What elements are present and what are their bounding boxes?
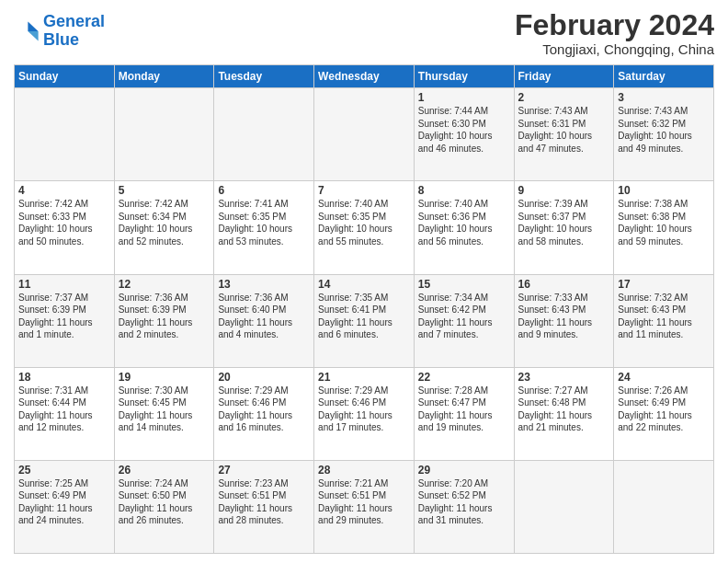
calendar-cell: 19Sunrise: 7:30 AM Sunset: 6:45 PM Dayli… bbox=[114, 367, 214, 460]
day-info: Sunrise: 7:26 AM Sunset: 6:49 PM Dayligh… bbox=[618, 385, 710, 434]
svg-marker-1 bbox=[28, 31, 38, 41]
day-info: Sunrise: 7:36 AM Sunset: 6:40 PM Dayligh… bbox=[218, 292, 310, 341]
day-info: Sunrise: 7:43 AM Sunset: 6:31 PM Dayligh… bbox=[518, 105, 610, 155]
day-info: Sunrise: 7:32 AM Sunset: 6:43 PM Dayligh… bbox=[618, 292, 710, 341]
calendar-cell: 18Sunrise: 7:31 AM Sunset: 6:44 PM Dayli… bbox=[15, 367, 115, 460]
col-saturday: Saturday bbox=[614, 65, 714, 88]
day-number: 1 bbox=[418, 91, 510, 104]
calendar-cell: 24Sunrise: 7:26 AM Sunset: 6:49 PM Dayli… bbox=[614, 367, 714, 460]
day-info: Sunrise: 7:25 AM Sunset: 6:49 PM Dayligh… bbox=[18, 477, 110, 527]
day-number: 25 bbox=[18, 464, 110, 477]
calendar-cell bbox=[614, 460, 714, 553]
day-number: 2 bbox=[518, 91, 610, 104]
month-title: February 2024 bbox=[515, 9, 714, 41]
svg-rect-2 bbox=[17, 21, 28, 40]
calendar-cell: 7Sunrise: 7:40 AM Sunset: 6:35 PM Daylig… bbox=[314, 181, 415, 274]
calendar-table: Sunday Monday Tuesday Wednesday Thursday… bbox=[14, 64, 714, 554]
day-number: 21 bbox=[318, 371, 410, 384]
calendar-cell bbox=[114, 88, 214, 181]
calendar-week-4: 18Sunrise: 7:31 AM Sunset: 6:44 PM Dayli… bbox=[15, 367, 714, 460]
day-number: 18 bbox=[18, 371, 110, 384]
day-info: Sunrise: 7:39 AM Sunset: 6:37 PM Dayligh… bbox=[518, 198, 610, 247]
calendar-cell: 9Sunrise: 7:39 AM Sunset: 6:37 PM Daylig… bbox=[514, 181, 614, 274]
calendar-header-row: Sunday Monday Tuesday Wednesday Thursday… bbox=[15, 65, 714, 88]
calendar-cell: 2Sunrise: 7:43 AM Sunset: 6:31 PM Daylig… bbox=[514, 88, 614, 181]
day-number: 4 bbox=[18, 184, 110, 197]
calendar-cell bbox=[214, 88, 314, 181]
day-info: Sunrise: 7:28 AM Sunset: 6:47 PM Dayligh… bbox=[418, 385, 510, 434]
day-info: Sunrise: 7:37 AM Sunset: 6:39 PM Dayligh… bbox=[18, 292, 110, 341]
calendar-week-3: 11Sunrise: 7:37 AM Sunset: 6:39 PM Dayli… bbox=[15, 274, 714, 367]
day-info: Sunrise: 7:23 AM Sunset: 6:51 PM Dayligh… bbox=[218, 477, 310, 527]
day-number: 12 bbox=[119, 278, 210, 291]
day-number: 9 bbox=[518, 184, 610, 197]
day-info: Sunrise: 7:20 AM Sunset: 6:52 PM Dayligh… bbox=[418, 477, 510, 527]
day-number: 28 bbox=[318, 464, 410, 477]
logo-icon bbox=[14, 18, 40, 44]
svg-marker-0 bbox=[28, 21, 38, 31]
calendar-week-5: 25Sunrise: 7:25 AM Sunset: 6:49 PM Dayli… bbox=[15, 460, 714, 553]
calendar-cell: 12Sunrise: 7:36 AM Sunset: 6:39 PM Dayli… bbox=[114, 274, 214, 367]
col-tuesday: Tuesday bbox=[214, 65, 314, 88]
day-info: Sunrise: 7:36 AM Sunset: 6:39 PM Dayligh… bbox=[119, 292, 210, 341]
day-number: 14 bbox=[318, 278, 410, 291]
day-info: Sunrise: 7:42 AM Sunset: 6:33 PM Dayligh… bbox=[18, 198, 110, 247]
day-number: 26 bbox=[119, 464, 210, 477]
day-info: Sunrise: 7:29 AM Sunset: 6:46 PM Dayligh… bbox=[318, 385, 410, 434]
calendar-cell bbox=[514, 460, 614, 553]
col-friday: Friday bbox=[514, 65, 614, 88]
calendar-cell: 17Sunrise: 7:32 AM Sunset: 6:43 PM Dayli… bbox=[614, 274, 714, 367]
col-thursday: Thursday bbox=[414, 65, 514, 88]
logo-line1: General bbox=[43, 12, 105, 30]
calendar-cell: 28Sunrise: 7:21 AM Sunset: 6:51 PM Dayli… bbox=[314, 460, 415, 553]
calendar-cell: 23Sunrise: 7:27 AM Sunset: 6:48 PM Dayli… bbox=[514, 367, 614, 460]
day-info: Sunrise: 7:24 AM Sunset: 6:50 PM Dayligh… bbox=[119, 477, 210, 527]
day-info: Sunrise: 7:38 AM Sunset: 6:38 PM Dayligh… bbox=[618, 198, 710, 247]
day-number: 15 bbox=[418, 278, 510, 291]
day-number: 8 bbox=[418, 184, 510, 197]
day-info: Sunrise: 7:34 AM Sunset: 6:42 PM Dayligh… bbox=[418, 292, 510, 341]
day-info: Sunrise: 7:29 AM Sunset: 6:46 PM Dayligh… bbox=[218, 385, 310, 434]
day-number: 7 bbox=[318, 184, 410, 197]
logo: General Blue bbox=[14, 9, 105, 50]
calendar-cell: 14Sunrise: 7:35 AM Sunset: 6:41 PM Dayli… bbox=[314, 274, 415, 367]
day-number: 3 bbox=[618, 91, 710, 104]
calendar-cell bbox=[314, 88, 415, 181]
day-number: 5 bbox=[119, 184, 210, 197]
day-number: 27 bbox=[218, 464, 310, 477]
calendar-cell: 11Sunrise: 7:37 AM Sunset: 6:39 PM Dayli… bbox=[15, 274, 115, 367]
day-number: 11 bbox=[18, 278, 110, 291]
calendar-week-1: 1Sunrise: 7:44 AM Sunset: 6:30 PM Daylig… bbox=[15, 88, 714, 181]
day-info: Sunrise: 7:41 AM Sunset: 6:35 PM Dayligh… bbox=[218, 198, 310, 247]
col-wednesday: Wednesday bbox=[314, 65, 415, 88]
logo-text: General Blue bbox=[43, 13, 105, 50]
day-info: Sunrise: 7:40 AM Sunset: 6:36 PM Dayligh… bbox=[418, 198, 510, 247]
day-info: Sunrise: 7:42 AM Sunset: 6:34 PM Dayligh… bbox=[119, 198, 210, 247]
logo-line2: Blue bbox=[43, 30, 79, 49]
day-number: 17 bbox=[618, 278, 710, 291]
calendar-cell: 6Sunrise: 7:41 AM Sunset: 6:35 PM Daylig… bbox=[214, 181, 314, 274]
calendar-cell: 5Sunrise: 7:42 AM Sunset: 6:34 PM Daylig… bbox=[114, 181, 214, 274]
calendar-cell: 15Sunrise: 7:34 AM Sunset: 6:42 PM Dayli… bbox=[414, 274, 514, 367]
title-block: February 2024 Tongjiaxi, Chongqing, Chin… bbox=[515, 9, 714, 57]
calendar-week-2: 4Sunrise: 7:42 AM Sunset: 6:33 PM Daylig… bbox=[15, 181, 714, 274]
header: General Blue February 2024 Tongjiaxi, Ch… bbox=[14, 9, 714, 57]
calendar-cell: 20Sunrise: 7:29 AM Sunset: 6:46 PM Dayli… bbox=[214, 367, 314, 460]
calendar-cell: 3Sunrise: 7:43 AM Sunset: 6:32 PM Daylig… bbox=[614, 88, 714, 181]
day-info: Sunrise: 7:40 AM Sunset: 6:35 PM Dayligh… bbox=[318, 198, 410, 247]
day-info: Sunrise: 7:33 AM Sunset: 6:43 PM Dayligh… bbox=[518, 292, 610, 341]
day-info: Sunrise: 7:44 AM Sunset: 6:30 PM Dayligh… bbox=[418, 105, 510, 155]
calendar-cell: 27Sunrise: 7:23 AM Sunset: 6:51 PM Dayli… bbox=[214, 460, 314, 553]
calendar-cell: 25Sunrise: 7:25 AM Sunset: 6:49 PM Dayli… bbox=[15, 460, 115, 553]
day-info: Sunrise: 7:21 AM Sunset: 6:51 PM Dayligh… bbox=[318, 477, 410, 527]
col-sunday: Sunday bbox=[15, 65, 115, 88]
day-number: 22 bbox=[418, 371, 510, 384]
day-info: Sunrise: 7:31 AM Sunset: 6:44 PM Dayligh… bbox=[18, 385, 110, 434]
page: General Blue February 2024 Tongjiaxi, Ch… bbox=[0, 0, 728, 563]
day-number: 23 bbox=[518, 371, 610, 384]
day-number: 6 bbox=[218, 184, 310, 197]
day-number: 20 bbox=[218, 371, 310, 384]
day-number: 19 bbox=[119, 371, 210, 384]
day-number: 29 bbox=[418, 464, 510, 477]
location: Tongjiaxi, Chongqing, China bbox=[515, 41, 714, 57]
